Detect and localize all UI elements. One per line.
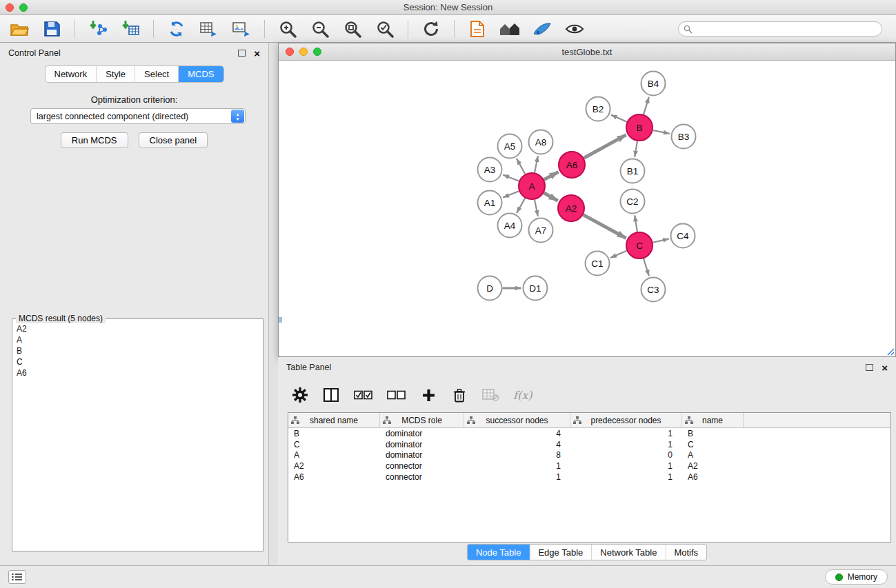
open-session-button[interactable]: [8, 18, 30, 40]
edge-A-A5[interactable]: [517, 159, 525, 174]
result-item[interactable]: A6: [17, 367, 259, 378]
column-header-shared-name[interactable]: shared name: [288, 413, 380, 427]
node-D[interactable]: D: [478, 276, 502, 301]
edge-B-B1[interactable]: [635, 141, 637, 157]
close-panel-icon[interactable]: ×: [254, 48, 260, 59]
edge-A-A3[interactable]: [503, 175, 519, 181]
tab-mcds[interactable]: MCDS: [178, 66, 223, 82]
edge-A6-B[interactable]: [584, 135, 626, 159]
zoom-fit-button[interactable]: [341, 18, 364, 40]
export-image-button[interactable]: [230, 18, 252, 40]
column-header-name[interactable]: name: [682, 413, 744, 427]
node-A2[interactable]: A2: [558, 195, 584, 221]
graphics-details-button[interactable]: [564, 18, 586, 40]
function-builder-button[interactable]: f(x): [513, 386, 532, 404]
deselect-all-button[interactable]: [387, 386, 406, 404]
result-item[interactable]: B: [17, 345, 259, 356]
edge-C-C3[interactable]: [644, 258, 649, 276]
edge-B-B4[interactable]: [644, 97, 649, 114]
table-row[interactable]: A2connector11A2: [288, 460, 890, 472]
close-panel-icon[interactable]: ×: [882, 363, 888, 373]
resize-grip-icon[interactable]: [886, 347, 895, 356]
import-table-button[interactable]: [119, 18, 141, 40]
node-C3[interactable]: C3: [641, 278, 666, 302]
result-item[interactable]: A2: [17, 323, 259, 334]
search-input[interactable]: [678, 21, 882, 37]
node-B[interactable]: B: [626, 114, 653, 141]
tab-select[interactable]: Select: [135, 66, 178, 82]
refresh-button[interactable]: [420, 18, 442, 40]
node-A8[interactable]: A8: [529, 130, 553, 154]
home-button[interactable]: [499, 18, 521, 40]
edge-C-C4[interactable]: [653, 239, 670, 242]
table-row[interactable]: Adominator80A: [288, 449, 890, 460]
node-C4[interactable]: C4: [671, 224, 695, 248]
resize-handle-left[interactable]: [279, 317, 282, 323]
close-panel-button[interactable]: Close panel: [139, 132, 208, 148]
edge-A-A7[interactable]: [535, 200, 538, 216]
import-network-button[interactable]: [87, 18, 109, 40]
save-session-button[interactable]: [41, 18, 63, 40]
node-C2[interactable]: C2: [621, 190, 645, 214]
node-C1[interactable]: C1: [586, 252, 610, 276]
edge-C-C1[interactable]: [610, 251, 627, 258]
column-header-predecessor-nodes[interactable]: predecessor nodes: [570, 413, 682, 427]
edge-C-C2[interactable]: [635, 215, 637, 232]
node-B1[interactable]: B1: [621, 159, 645, 183]
apply-table-disabled-button[interactable]: [482, 386, 499, 404]
select-all-button[interactable]: [354, 386, 372, 404]
float-panel-icon[interactable]: [866, 364, 873, 371]
node-B2[interactable]: B2: [586, 97, 610, 121]
edge-A2-C[interactable]: [584, 215, 626, 239]
node-A7[interactable]: A7: [529, 219, 553, 243]
zoom-out-button[interactable]: [309, 18, 331, 40]
result-item[interactable]: C: [17, 356, 259, 367]
export-table-button[interactable]: [198, 18, 220, 40]
tab-edge-table[interactable]: Edge Table: [529, 545, 591, 560]
tab-network[interactable]: Network: [45, 66, 96, 82]
apply-style-button[interactable]: [531, 18, 553, 40]
network-canvas[interactable]: B4B2BB3A5A8A6B1A3AC2A1A2A4A7C4CC1C3DD1: [279, 61, 895, 356]
node-table[interactable]: shared nameMCDS rolesuccessor nodesprede…: [288, 412, 891, 543]
edge-B-B3[interactable]: [653, 130, 670, 134]
network-graph[interactable]: B4B2BB3A5A8A6B1A3AC2A1A2A4A7C4CC1C3DD1: [279, 61, 895, 356]
export-network-button[interactable]: [166, 18, 188, 40]
column-header-MCDS-role[interactable]: MCDS role: [380, 413, 464, 427]
edge-A-A6[interactable]: [544, 172, 559, 179]
edge-A-A2[interactable]: [544, 193, 557, 201]
copy-view-button[interactable]: [466, 18, 488, 40]
table-row[interactable]: A6connector11A6: [288, 472, 890, 483]
task-history-button[interactable]: [8, 570, 26, 584]
float-panel-icon[interactable]: [238, 50, 246, 57]
memory-button[interactable]: Memory: [825, 569, 888, 585]
edge-A-A8[interactable]: [535, 156, 538, 172]
result-item[interactable]: A: [17, 334, 259, 345]
node-A[interactable]: A: [519, 173, 545, 199]
run-mcds-button[interactable]: Run MCDS: [61, 132, 128, 148]
edge-A-A1[interactable]: [503, 191, 519, 197]
node-A4[interactable]: A4: [498, 214, 522, 238]
table-row[interactable]: Cdominator41C: [288, 439, 890, 450]
node-A1[interactable]: A1: [478, 191, 502, 215]
column-settings-button[interactable]: [292, 386, 308, 404]
node-A5[interactable]: A5: [498, 134, 522, 159]
show-columns-button[interactable]: [323, 386, 339, 404]
tab-motifs[interactable]: Motifs: [665, 545, 706, 560]
add-row-button[interactable]: [420, 386, 437, 404]
edge-A-A4[interactable]: [517, 198, 525, 213]
edge-B-B2[interactable]: [611, 114, 627, 121]
tab-style[interactable]: Style: [96, 66, 135, 82]
node-C[interactable]: C: [626, 232, 653, 258]
node-A6[interactable]: A6: [559, 152, 585, 178]
tab-node-table[interactable]: Node Table: [468, 545, 530, 560]
table-row[interactable]: Bdominator41B: [288, 428, 890, 439]
column-header-successor-nodes[interactable]: successor nodes: [464, 413, 570, 427]
optimization-criterion-select[interactable]: largest connected component (directed) ▲…: [30, 108, 246, 124]
zoom-selected-button[interactable]: [374, 18, 396, 40]
node-B3[interactable]: B3: [672, 125, 696, 149]
node-D1[interactable]: D1: [524, 276, 548, 301]
zoom-in-button[interactable]: [277, 18, 299, 40]
node-B4[interactable]: B4: [641, 72, 666, 96]
network-window[interactable]: testGlobe.txt B4B2BB3A5A8A6B1A3AC2A1A2A4…: [278, 43, 896, 357]
delete-row-button[interactable]: [451, 386, 468, 404]
